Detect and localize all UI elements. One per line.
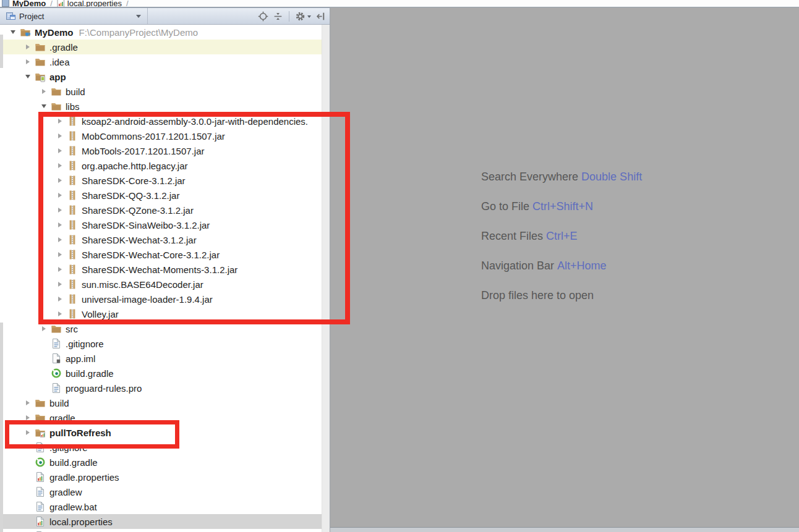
collapse-all-icon[interactable] [273, 11, 283, 22]
arrow-spacer [37, 336, 51, 351]
tree-item-label: sun.misc.BASE64Decoder.jar [82, 279, 203, 290]
tree-row-app.iml[interactable]: app.iml [0, 351, 322, 366]
tree-row-build.gradle[interactable]: build.gradle [0, 366, 322, 381]
folder-project-icon [20, 27, 31, 38]
chevron-collapsed-icon[interactable] [53, 247, 67, 262]
tree-row-ShareSDK-SinaWeibo-3.1.2.jar[interactable]: ShareSDK-SinaWeibo-3.1.2.jar [0, 217, 322, 232]
shortcut-hint: Recent FilesCtrl+E [481, 230, 642, 243]
chevron-collapsed-icon[interactable] [53, 217, 67, 232]
tree-row-ShareSDK-QZone-3.1.2.jar[interactable]: ShareSDK-QZone-3.1.2.jar [0, 203, 322, 217]
chevron-collapsed-icon[interactable] [21, 40, 35, 54]
tree-row-MobCommons-2017.1201.1507.jar[interactable]: MobCommons-2017.1201.1507.jar [0, 129, 322, 143]
tree-row-gradle[interactable]: gradle [0, 410, 322, 425]
locate-icon[interactable] [258, 11, 268, 22]
chevron-collapsed-icon[interactable] [53, 129, 67, 143]
breadcrumb-project[interactable]: MyDemo [12, 0, 46, 7]
tree-row-ShareSDK-Wechat-Moments-3.1.2.jar[interactable]: ShareSDK-Wechat-Moments-3.1.2.jar [0, 262, 322, 277]
tree-row-build.gradle[interactable]: build.gradle [0, 455, 322, 470]
chevron-collapsed-icon[interactable] [53, 292, 67, 306]
tree-item-label: ShareSDK-SinaWeibo-3.1.2.jar [82, 220, 210, 230]
shortcut-keys: Double Shift [581, 171, 642, 183]
jar-icon [67, 130, 78, 141]
tree-row-org.apache.http.legacy.jar[interactable]: org.apache.http.legacy.jar [0, 158, 322, 173]
tree-item-label: .gitignore [49, 442, 88, 453]
file-text-icon [51, 338, 62, 349]
tree-row-.idea[interactable]: .idea [0, 54, 322, 69]
tree-item-label: proguard-rules.pro [66, 383, 142, 394]
chevron-collapsed-icon[interactable] [53, 188, 67, 203]
tree-row-.gradle[interactable]: .gradle [0, 40, 322, 54]
chevron-collapsed-icon[interactable] [53, 203, 67, 217]
panel-splitter[interactable] [330, 7, 330, 532]
shortcut-keys: Alt+Home [557, 260, 607, 272]
tree-row-gradlew.bat[interactable]: gradlew.bat [0, 499, 322, 514]
tree-row-MobTools-2017.1201.1507.jar[interactable]: MobTools-2017.1201.1507.jar [0, 143, 322, 158]
shortcut-hint: Search EverywhereDouble Shift [481, 171, 642, 184]
tree-row-ShareSDK-Wechat-Core-3.1.2.jar[interactable]: ShareSDK-Wechat-Core-3.1.2.jar [0, 247, 322, 262]
shortcut-label: Navigation Bar [481, 260, 554, 272]
tree-row-sun.misc.BASE64Decoder.jar[interactable]: sun.misc.BASE64Decoder.jar [0, 277, 322, 292]
arrow-spacer [21, 484, 35, 499]
tree-row-app[interactable]: app [0, 69, 322, 84]
chevron-collapsed-icon[interactable] [53, 158, 67, 173]
tree-item-label: app [49, 72, 66, 82]
tree-row-pullToRefresh[interactable]: pullToRefresh [0, 425, 322, 440]
chevron-collapsed-icon[interactable] [21, 395, 35, 410]
tree-row-universal-image-loader-1.9.4.jar[interactable]: universal-image-loader-1.9.4.jar [0, 292, 322, 306]
chevron-collapsed-icon[interactable] [53, 262, 67, 277]
tree-scrollbar[interactable] [322, 25, 330, 532]
shortcut-label: Search Everywhere [481, 171, 578, 183]
tree-item-label: build [66, 87, 85, 97]
chevron-collapsed-icon[interactable] [21, 425, 35, 440]
tree-item-label: gradlew [49, 487, 82, 497]
tree-item-label: MyDemo [35, 27, 74, 38]
tree-row-ShareSDK-Wechat-3.1.2.jar[interactable]: ShareSDK-Wechat-3.1.2.jar [0, 232, 322, 247]
chevron-down-icon[interactable] [136, 15, 141, 18]
tree-item-label: MobTools-2017.1201.1507.jar [82, 146, 204, 156]
settings-gear-icon[interactable] [295, 11, 306, 22]
tree-row-ShareSDK-Core-3.1.2.jar[interactable]: ShareSDK-Core-3.1.2.jar [0, 173, 322, 188]
tree-row-.gitignore[interactable]: .gitignore [0, 336, 322, 351]
arrow-spacer [37, 351, 51, 366]
breadcrumb-file[interactable]: local.properties [67, 0, 122, 7]
tree-row-ShareSDK-QQ-3.1.2.jar[interactable]: ShareSDK-QQ-3.1.2.jar [0, 188, 322, 203]
folder-icon [51, 86, 62, 97]
tree-row-libs[interactable]: libs [0, 99, 322, 114]
chevron-collapsed-icon[interactable] [21, 410, 35, 425]
chevron-down-icon[interactable] [307, 15, 311, 18]
tree-row-build[interactable]: build [0, 395, 322, 410]
tree-row-partial[interactable] [0, 529, 322, 532]
chevron-collapsed-icon[interactable] [53, 277, 67, 292]
file-text-icon [35, 442, 46, 453]
chevron-collapsed-icon[interactable] [53, 114, 67, 129]
tree-item-label: ShareSDK-Wechat-3.1.2.jar [82, 235, 197, 245]
arrow-spacer [21, 455, 35, 470]
tree-row-MyDemo[interactable]: MyDemoF:\CompanyProject\MyDemo [0, 25, 322, 40]
tree-row-gradlew[interactable]: gradlew [0, 484, 322, 499]
folder-icon [35, 412, 46, 423]
hide-panel-icon[interactable] [315, 11, 326, 22]
tree-row-ksoap2-android-assembly-3.0.0-jar-with-dependencies.[interactable]: ksoap2-android-assembly-3.0.0-jar-with-d… [0, 114, 322, 129]
tree-row-Volley.jar[interactable]: Volley.jar [0, 306, 322, 321]
folder-icon [51, 101, 62, 112]
chevron-collapsed-icon[interactable] [37, 84, 51, 99]
chevron-collapsed-icon[interactable] [53, 306, 67, 321]
tree-row-.gitignore[interactable]: .gitignore [0, 440, 322, 455]
tree-item-label: src [66, 324, 78, 334]
tree-row-local.properties[interactable]: local.properties [0, 514, 322, 529]
chevron-collapsed-icon[interactable] [53, 232, 67, 247]
chevron-expanded-icon[interactable] [21, 69, 35, 84]
file-properties-icon [35, 516, 46, 527]
chevron-collapsed-icon[interactable] [53, 143, 67, 158]
chevron-expanded-icon[interactable] [6, 25, 20, 40]
jar-icon [67, 308, 78, 319]
chevron-collapsed-icon[interactable] [53, 173, 67, 188]
gradle-icon [35, 457, 46, 468]
tree-row-build[interactable]: build [0, 84, 322, 99]
tree-row-gradle.properties[interactable]: gradle.properties [0, 470, 322, 484]
tree-row-src[interactable]: src [0, 321, 322, 336]
chevron-collapsed-icon[interactable] [21, 54, 35, 69]
tree-row-proguard-rules.pro[interactable]: proguard-rules.pro [0, 381, 322, 395]
chevron-collapsed-icon[interactable] [37, 321, 51, 336]
chevron-expanded-icon[interactable] [37, 99, 51, 114]
